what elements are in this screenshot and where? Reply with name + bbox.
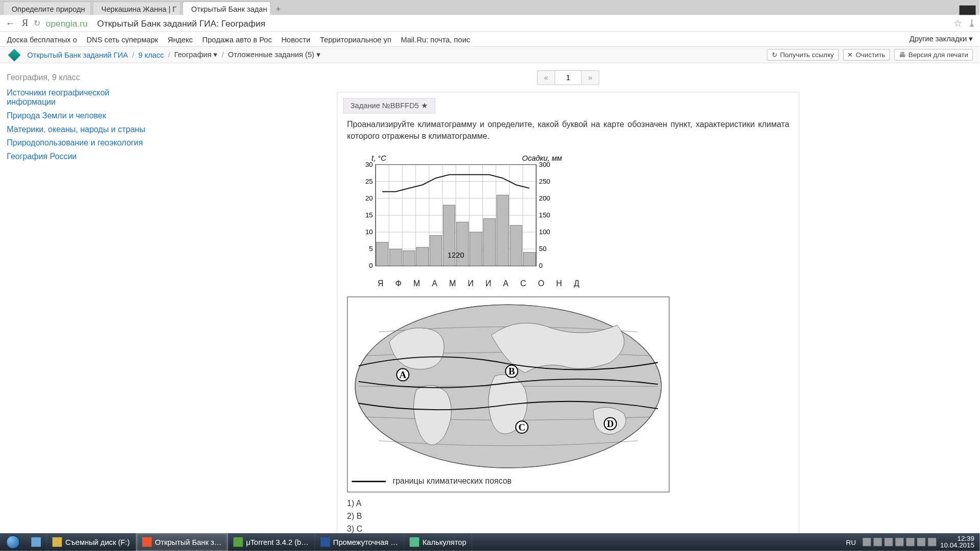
svg-text:A: A xyxy=(399,369,406,380)
pager: « » xyxy=(157,70,980,85)
svg-text:t, °C: t, °C xyxy=(372,154,386,162)
windows-orb-icon xyxy=(6,535,20,549)
svg-rect-46 xyxy=(524,252,536,265)
pager-prev-button[interactable]: « xyxy=(537,70,555,85)
svg-text:0: 0 xyxy=(539,262,543,269)
svg-text:D: D xyxy=(607,418,614,429)
taskbar-pinned[interactable] xyxy=(26,533,47,551)
bookmark-item[interactable]: Территориальное уп xyxy=(320,35,391,43)
taskbar-item[interactable]: Съемный диск (F:) xyxy=(47,533,136,551)
svg-text:250: 250 xyxy=(539,177,550,185)
svg-text:200: 200 xyxy=(539,194,550,202)
taskbar-clock[interactable]: 12:39 10.04.2015 xyxy=(940,535,974,549)
pager-input[interactable] xyxy=(554,70,581,85)
bookmark-item[interactable]: Продажа авто в Рос xyxy=(202,35,272,43)
taskbar-item[interactable]: μTorrent 3.4.2 (b… xyxy=(228,533,315,551)
sidebar-item[interactable]: Источники географической информации xyxy=(7,88,150,107)
legend-line-icon xyxy=(352,481,386,482)
svg-text:20: 20 xyxy=(365,194,373,202)
taskbar-item[interactable]: Промежуточная … xyxy=(315,533,404,551)
bookmark-item[interactable]: Яндекс xyxy=(167,35,192,43)
crumb-grade[interactable]: 9 класс xyxy=(138,51,164,59)
bookmark-item[interactable]: Mail.Ru: почта, поис xyxy=(401,35,470,43)
input-lang[interactable]: RU xyxy=(846,538,856,546)
yandex-icon[interactable]: Я xyxy=(22,18,28,29)
svg-text:10: 10 xyxy=(365,228,373,236)
taskbar-item[interactable]: Калькулятор xyxy=(404,533,473,551)
sidebar-item[interactable]: Природопользование и геоэкология xyxy=(7,138,150,148)
download-icon[interactable]: ⤓ xyxy=(968,18,976,29)
tray-icon[interactable] xyxy=(863,538,871,546)
url-title: Открытый Банк заданий ГИА: География xyxy=(97,18,265,28)
svg-text:25: 25 xyxy=(365,177,373,185)
tray-icon[interactable] xyxy=(873,538,881,546)
back-button[interactable]: ← xyxy=(4,18,16,29)
tray-icon[interactable] xyxy=(917,538,925,546)
tab-label: Определите природн xyxy=(12,5,85,13)
crumb-subject[interactable]: География ▾ xyxy=(174,51,217,59)
other-bookmarks[interactable]: Другие закладки ▾ xyxy=(910,35,973,43)
bookmark-item[interactable]: Новости xyxy=(281,35,310,43)
word-icon xyxy=(320,537,330,547)
chart-months: Я Ф М А М И И А С О Н Д xyxy=(378,278,789,290)
answer-option[interactable]: 1) A xyxy=(347,497,789,509)
svg-text:30: 30 xyxy=(365,160,373,168)
svg-text:100: 100 xyxy=(539,228,550,236)
answer-option[interactable]: 2) B xyxy=(347,511,789,522)
svg-text:50: 50 xyxy=(539,245,547,253)
crumb-root[interactable]: Открытый Банк заданий ГИА xyxy=(27,51,128,59)
bookmark-star-icon[interactable]: ☆ xyxy=(953,18,962,29)
tray-icon[interactable] xyxy=(928,538,936,546)
svg-text:C: C xyxy=(519,422,525,433)
svg-rect-38 xyxy=(416,247,429,265)
browser-tabstrip: Определите природн Черкашина Жанна | Г О… xyxy=(0,0,980,15)
window-minimize-button[interactable] xyxy=(960,6,976,15)
print-button[interactable]: 🖶Версия для печати xyxy=(894,49,973,61)
link-icon: ↻ xyxy=(772,51,777,59)
print-icon: 🖶 xyxy=(899,51,905,59)
tray-icon[interactable] xyxy=(885,538,893,546)
clear-button[interactable]: ✕Очистить xyxy=(843,49,890,61)
tray-icon[interactable] xyxy=(895,538,903,546)
bookmark-item[interactable]: DNS сеть супермарк xyxy=(87,35,158,43)
address-bar: ← Я ↻ opengia.ru Открытый Банк заданий Г… xyxy=(0,15,980,32)
svg-rect-36 xyxy=(389,249,402,266)
new-tab-button[interactable]: + xyxy=(272,3,284,15)
tab-2[interactable]: Черкашина Жанна | Г xyxy=(92,2,181,15)
tab-3-active[interactable]: Открытый Банк задан × xyxy=(182,2,271,15)
site-logo-icon[interactable] xyxy=(8,48,21,61)
sidebar-item[interactable]: География России xyxy=(7,152,150,161)
windows-taskbar: Съемный диск (F:) Открытый Банк з… μTorr… xyxy=(0,533,980,551)
svg-rect-35 xyxy=(376,242,388,266)
bookmarks-bar: Доска бесплатных о DNS сеть супермарк Ян… xyxy=(0,32,980,47)
pager-next-button[interactable]: » xyxy=(582,70,600,85)
system-tray: RU 12:39 10.04.2015 xyxy=(846,535,980,549)
sidebar-item[interactable]: Материки, океаны, народы и страны xyxy=(7,124,150,134)
svg-text:150: 150 xyxy=(539,211,550,219)
tab-label: Открытый Банк задан xyxy=(191,5,267,13)
start-button[interactable] xyxy=(0,533,26,551)
climate-chart: t, °CОсадки, мм0510152025300501001502002… xyxy=(347,152,789,290)
url-host[interactable]: opengia.ru xyxy=(46,18,88,28)
sidebar-title: География, 9 класс xyxy=(7,73,150,83)
svg-rect-43 xyxy=(483,218,496,266)
legend-label: границы климатических поясов xyxy=(393,475,511,487)
svg-rect-45 xyxy=(510,225,522,265)
get-link-button[interactable]: ↻Получить ссылку xyxy=(767,49,839,61)
reload-button[interactable]: ↻ xyxy=(34,18,40,28)
svg-rect-39 xyxy=(430,235,442,266)
sidebar-item[interactable]: Природа Земли и человек xyxy=(7,111,150,120)
bookmark-item[interactable]: Доска бесплатных о xyxy=(7,35,77,43)
svg-text:1220: 1220 xyxy=(448,251,464,259)
taskbar-item-active[interactable]: Открытый Банк з… xyxy=(136,533,228,551)
tab-1[interactable]: Определите природн xyxy=(3,2,91,15)
task-id-badge[interactable]: Задание №BBFFD5 ★ xyxy=(343,98,435,114)
svg-rect-42 xyxy=(470,232,482,266)
crumb-deferred[interactable]: Отложенные задания (5) ▾ xyxy=(228,51,320,59)
map-svg: A B C D xyxy=(352,302,665,473)
tray-icon[interactable] xyxy=(906,538,914,546)
tab-label: Черкашина Жанна | Г xyxy=(102,5,177,13)
chart-svg: t, °CОсадки, мм0510152025300501001502002… xyxy=(347,152,565,278)
drive-icon xyxy=(53,537,62,547)
svg-text:15: 15 xyxy=(365,211,373,219)
